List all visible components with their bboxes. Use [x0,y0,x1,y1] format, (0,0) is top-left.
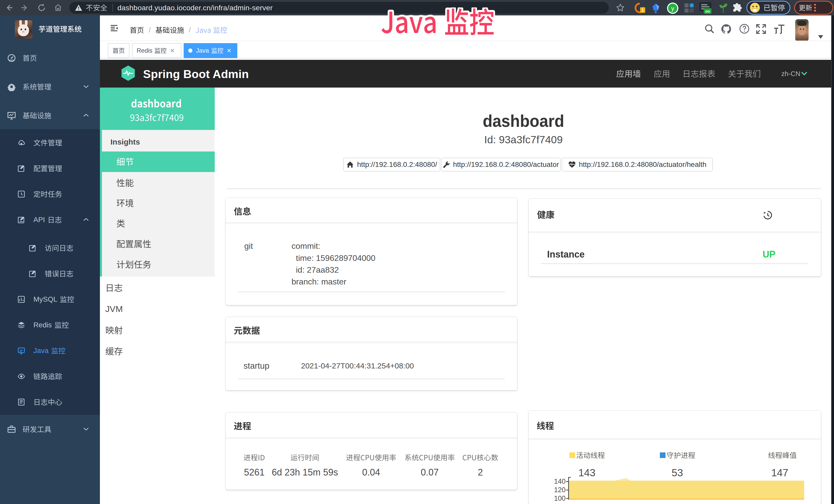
svg-text:y: y [671,5,674,12]
svg-text:1: 1 [642,8,644,12]
svg-text:on: on [705,9,710,13]
